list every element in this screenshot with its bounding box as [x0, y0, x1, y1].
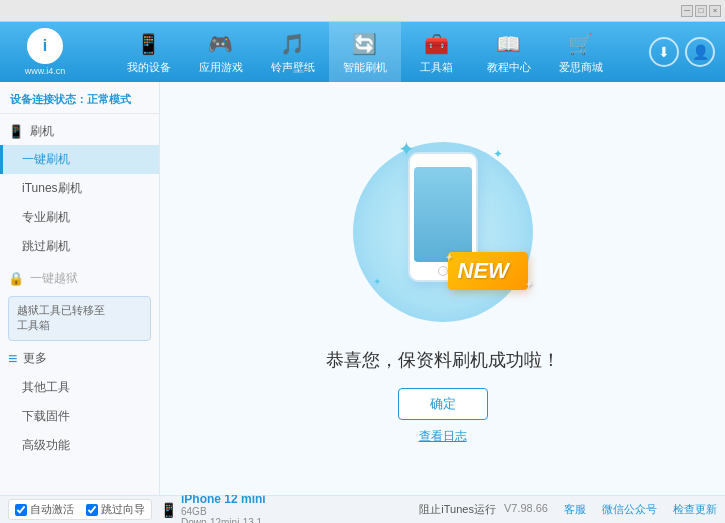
success-message: 恭喜您，保资料刷机成功啦！	[326, 348, 560, 372]
device-firmware: Down-12mini-13,1	[181, 517, 266, 524]
flash-section-label: 刷机	[30, 123, 54, 140]
account-button[interactable]: 👤	[685, 37, 715, 67]
sparkle-3: ✦	[373, 276, 381, 287]
lock-icon: 🔒	[8, 271, 24, 286]
nav-toolbox-label: 工具箱	[420, 60, 453, 75]
customer-service-link[interactable]: 客服	[564, 502, 586, 517]
nav-app-games[interactable]: 🎮 应用游戏	[185, 22, 257, 82]
more-label: 更多	[23, 350, 47, 367]
phone-illustration: ✦ ✦ ✦ NEW	[343, 132, 543, 332]
nav-ringtone-label: 铃声壁纸	[271, 60, 315, 75]
nav-right: ⬇ 👤	[649, 37, 715, 67]
nav-ringtone[interactable]: 🎵 铃声壁纸	[257, 22, 329, 82]
sidebar-item-pro-flash[interactable]: 专业刷机	[0, 203, 159, 232]
confirm-button[interactable]: 确定	[398, 388, 488, 420]
nav-app-games-label: 应用游戏	[199, 60, 243, 75]
phone-home-button	[438, 266, 448, 276]
logo-icon: i	[27, 28, 63, 64]
sidebar-item-download-firmware[interactable]: 下载固件	[0, 402, 159, 431]
new-badge: NEW	[448, 252, 528, 302]
nav-items: 📱 我的设备 🎮 应用游戏 🎵 铃声壁纸 🔄 智能刷机 🧰 工具箱 📖 教程中心…	[80, 22, 649, 82]
mall-icon: 🛒	[567, 30, 595, 58]
skip-wizard-input[interactable]	[86, 504, 98, 516]
auto-activate-label: 自动激活	[30, 502, 74, 517]
app-games-icon: 🎮	[207, 30, 235, 58]
sidebar-item-advanced[interactable]: 高级功能	[0, 431, 159, 460]
navbar: i www.i4.cn 📱 我的设备 🎮 应用游戏 🎵 铃声壁纸 🔄 智能刷机 …	[0, 22, 725, 82]
auto-activate-checkbox[interactable]: 自动激活	[15, 502, 74, 517]
auto-activate-input[interactable]	[15, 504, 27, 516]
sidebar-item-data-flash[interactable]: 跳过刷机	[0, 232, 159, 261]
toolbox-icon: 🧰	[423, 30, 451, 58]
sidebar-item-other-tools[interactable]: 其他工具	[0, 373, 159, 402]
ringtone-icon: 🎵	[279, 30, 307, 58]
device-info: iPhone 12 mini 64GB Down-12mini-13,1	[181, 492, 266, 524]
nav-mall-label: 爱思商城	[559, 60, 603, 75]
smart-flash-icon: 🔄	[351, 30, 379, 58]
nav-my-device[interactable]: 📱 我的设备	[113, 22, 185, 82]
status-label: 设备连接状态：	[10, 93, 87, 105]
new-ribbon-text: NEW	[448, 252, 528, 290]
nav-toolbox[interactable]: 🧰 工具箱	[401, 22, 473, 82]
download-button[interactable]: ⬇	[649, 37, 679, 67]
status-value: 正常模式	[87, 93, 131, 105]
sidebar-item-one-click-flash[interactable]: 一键刷机	[0, 145, 159, 174]
nav-tutorial[interactable]: 📖 教程中心	[473, 22, 545, 82]
sidebar-item-itunes-flash[interactable]: iTunes刷机	[0, 174, 159, 203]
nav-mall[interactable]: 🛒 爱思商城	[545, 22, 617, 82]
main-panel: ✦ ✦ ✦ NEW 恭喜您，保资料刷机成功啦！ 确定 查看日志	[160, 82, 725, 495]
nav-tutorial-label: 教程中心	[487, 60, 531, 75]
skip-wizard-label: 跳过向导	[101, 502, 145, 517]
device-phone-icon: 📱	[160, 502, 177, 518]
logo-url: www.i4.cn	[25, 66, 66, 76]
bottom-status: V7.98.66 客服 微信公众号 检查更新	[504, 502, 717, 517]
logo: i www.i4.cn	[10, 27, 80, 77]
sidebar-section-flash: 📱 刷机 一键刷机 iTunes刷机 专业刷机 跳过刷机	[0, 118, 159, 261]
content: 设备连接状态：正常模式 📱 刷机 一键刷机 iTunes刷机 专业刷机 跳过刷机	[0, 82, 725, 495]
device-storage: 64GB	[181, 506, 266, 517]
bottom-bar: 自动激活 跳过向导 📱 iPhone 12 mini 64GB Down-12m…	[0, 495, 725, 523]
check-update-link[interactable]: 检查更新	[673, 502, 717, 517]
sidebar-section-flash-header[interactable]: 📱 刷机	[0, 118, 159, 145]
titlebar: ─ □ ×	[0, 0, 725, 22]
skip-wizard-checkbox[interactable]: 跳过向导	[86, 502, 145, 517]
window-controls: ─ □ ×	[681, 5, 721, 17]
jailbreak-notice: 越狱工具已转移至工具箱	[8, 296, 151, 341]
nav-smart-flash[interactable]: 🔄 智能刷机	[329, 22, 401, 82]
my-device-icon: 📱	[135, 30, 163, 58]
stop-itunes[interactable]: 阻止iTunes运行	[419, 502, 496, 517]
tutorial-icon: 📖	[495, 30, 523, 58]
connection-status: 设备连接状态：正常模式	[0, 86, 159, 114]
sidebar: 设备连接状态：正常模式 📱 刷机 一键刷机 iTunes刷机 专业刷机 跳过刷机	[0, 82, 160, 495]
jailbreak-label: 一键越狱	[30, 270, 78, 287]
flash-section-icon: 📱	[8, 124, 24, 139]
nav-my-device-label: 我的设备	[127, 60, 171, 75]
view-log-link[interactable]: 查看日志	[419, 428, 467, 445]
more-header[interactable]: ≡ 更多	[0, 345, 159, 373]
sidebar-section-jailbreak: 🔒 一键越狱 越狱工具已转移至工具箱	[0, 265, 159, 341]
device-section: 📱 iPhone 12 mini 64GB Down-12mini-13,1	[160, 492, 411, 524]
close-button[interactable]: ×	[709, 5, 721, 17]
phone-screen	[414, 167, 472, 262]
nav-smart-flash-label: 智能刷机	[343, 60, 387, 75]
jailbreak-header: 🔒 一键越狱	[0, 265, 159, 292]
sparkle-2: ✦	[493, 147, 503, 161]
maximize-button[interactable]: □	[695, 5, 707, 17]
sidebar-section-more: ≡ 更多 其他工具 下载固件 高级功能	[0, 345, 159, 460]
more-icon: ≡	[8, 350, 17, 368]
version-label: V7.98.66	[504, 502, 548, 517]
minimize-button[interactable]: ─	[681, 5, 693, 17]
checkbox-group: 自动激活 跳过向导	[8, 499, 152, 520]
wechat-link[interactable]: 微信公众号	[602, 502, 657, 517]
